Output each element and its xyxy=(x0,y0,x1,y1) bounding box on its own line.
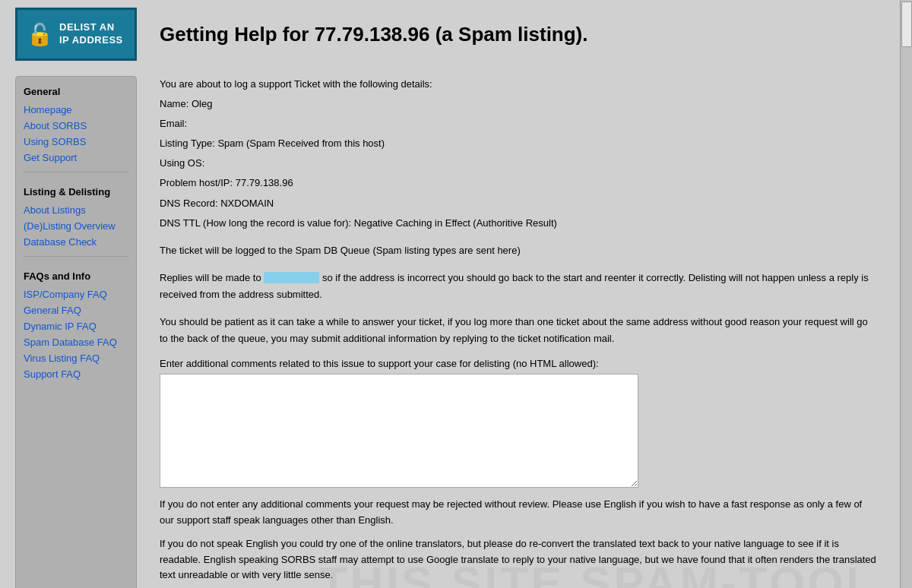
info-block: You are about to log a support Ticket wi… xyxy=(160,76,877,232)
queue-note: The ticket will be logged to the Spam DB… xyxy=(160,242,877,259)
patience-note-block: You should be patient as it can take a w… xyxy=(160,314,877,347)
sidebar-item-virus-faq[interactable]: Virus Listing FAQ xyxy=(24,352,128,365)
sidebar-item-dynamic-ip-faq[interactable]: Dynamic IP FAQ xyxy=(24,320,128,333)
logo-text: DELIST AN IP ADDRESS xyxy=(59,21,123,47)
warning-text: If you do not enter any additional comme… xyxy=(160,497,877,529)
sidebar-item-spam-db-faq[interactable]: Spam Database FAQ xyxy=(24,336,128,349)
queue-note-block: The ticket will be logged to the Spam DB… xyxy=(160,242,877,259)
email-label: Email: xyxy=(160,118,187,129)
using-os-label: Using OS: xyxy=(160,157,204,169)
reply-note-line: Replies will be made to so if the addres… xyxy=(160,270,877,303)
sidebar-item-using-sorbs[interactable]: Using SORBS xyxy=(24,135,128,148)
dns-record-label: DNS Record: xyxy=(160,198,218,209)
content-area: You are about to log a support Ticket wi… xyxy=(152,76,885,588)
problem-host-label: Problem host/IP: xyxy=(160,177,233,188)
sidebar-section-faq: FAQs and Info xyxy=(24,270,128,282)
name-value: Oleg xyxy=(192,98,212,109)
listing-type-line: Listing Type: Spam (Spam Received from t… xyxy=(160,135,877,152)
page-title: Getting Help for 77.79.138.96 (a Spam li… xyxy=(160,23,588,46)
dns-ttl-value: Negative Caching in Effect (Authoritive … xyxy=(354,217,557,229)
intro-text: You are about to log a support Ticket wi… xyxy=(160,76,877,93)
reply-note-block: Replies will be made to so if the addres… xyxy=(160,270,877,303)
problem-host-value: 77.79.138.96 xyxy=(236,177,293,188)
sidebar-item-database-check[interactable]: Database Check xyxy=(24,236,128,248)
lock-icon: 🔓 xyxy=(27,22,53,47)
patience-note: You should be patient as it can take a w… xyxy=(160,314,877,347)
using-os-line: Using OS: xyxy=(160,155,877,172)
sidebar-item-general-faq[interactable]: General FAQ xyxy=(24,304,128,317)
main-area: General Homepage About SORBS Using SORBS… xyxy=(0,68,900,588)
dns-record-line: DNS Record: NXDOMAIN xyxy=(160,195,877,212)
sidebar-item-about-listings[interactable]: About Listings xyxy=(24,204,128,217)
comments-label: Enter additional comments related to thi… xyxy=(160,358,877,369)
dns-ttl-line: DNS TTL (How long the record is value fo… xyxy=(160,215,877,232)
sidebar: General Homepage About SORBS Using SORBS… xyxy=(15,76,137,588)
reply-email xyxy=(264,272,319,283)
name-label: Name: xyxy=(160,98,188,109)
comments-section: Enter additional comments related to thi… xyxy=(160,358,877,488)
listing-type-value: Spam (Spam Received from this host) xyxy=(217,138,385,149)
sidebar-divider-2 xyxy=(24,256,128,257)
reply-note-pre: Replies will be made to xyxy=(160,272,264,283)
email-line: Email: xyxy=(160,115,877,132)
problem-host-line: Problem host/IP: 77.79.138.96 xyxy=(160,175,877,191)
sidebar-item-isp-faq[interactable]: ISP/Company FAQ xyxy=(24,288,128,301)
translate-text: If you do not speak English you could tr… xyxy=(160,536,877,583)
sidebar-divider-1 xyxy=(24,172,128,172)
name-line: Name: Oleg xyxy=(160,96,877,112)
sidebar-section-listing: Listing & Delisting xyxy=(24,186,128,198)
sidebar-item-support-faq[interactable]: Support FAQ xyxy=(24,368,128,381)
logo-button[interactable]: 🔓 DELIST AN IP ADDRESS xyxy=(15,8,137,61)
sidebar-item-homepage[interactable]: Homepage xyxy=(24,103,128,116)
sidebar-item-get-support[interactable]: Get Support xyxy=(24,151,128,164)
header: 🔓 DELIST AN IP ADDRESS Getting Help for … xyxy=(0,0,900,68)
sidebar-section-general: General xyxy=(24,86,128,97)
dns-record-value: NXDOMAIN xyxy=(220,198,274,209)
comments-textarea[interactable] xyxy=(160,374,638,488)
sidebar-item-delisting-overview[interactable]: (De)Listing Overview xyxy=(24,220,128,232)
dns-ttl-label: DNS TTL (How long the record is value fo… xyxy=(160,217,351,229)
sidebar-item-about-sorbs[interactable]: About SORBS xyxy=(24,119,128,132)
listing-type-label: Listing Type: xyxy=(160,138,215,149)
